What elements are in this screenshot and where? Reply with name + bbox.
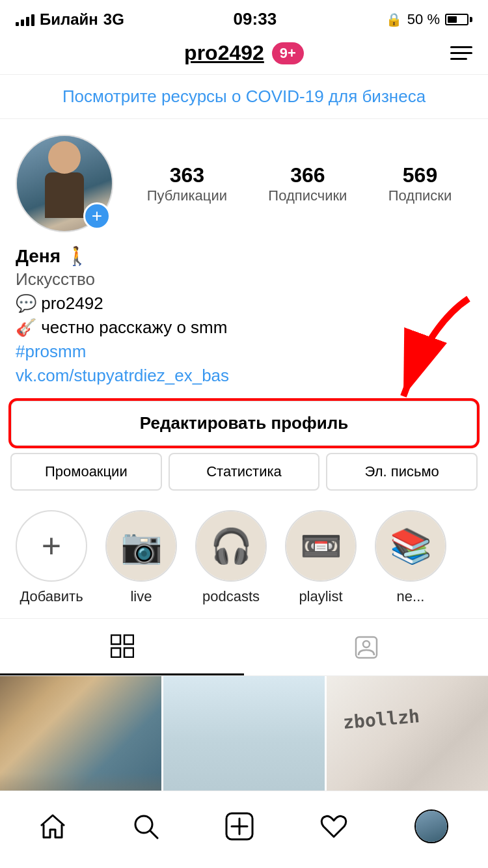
- stat-following-label: Подписки: [388, 187, 452, 204]
- carrier-label: Билайн: [40, 10, 98, 29]
- highlight-playlist-circle: 📼: [285, 510, 357, 582]
- highlights-row: + Добавить 📷 live 🎧 podcasts 📼 playlist: [0, 497, 488, 619]
- highlight-playlist[interactable]: 📼 playlist: [285, 510, 357, 605]
- hashtag-link[interactable]: #prosmm: [16, 342, 86, 362]
- menu-line-3: [450, 58, 467, 60]
- highlight-podcasts-label: podcasts: [202, 588, 260, 605]
- stat-publications[interactable]: 363 Публикации: [147, 163, 227, 204]
- person-tag-icon: [355, 636, 378, 659]
- camera-icon: 📷: [120, 526, 163, 566]
- highlight-podcasts[interactable]: 🎧 podcasts: [195, 510, 267, 605]
- highlight-live-bg: 📷: [107, 511, 176, 580]
- highlight-playlist-bg: 📼: [286, 511, 355, 580]
- bio-line-2: 🎸 честно расскажу о smm: [16, 318, 472, 338]
- books-icon: 📚: [390, 526, 432, 566]
- status-bar: Билайн 3G 09:33 🔒 50 %: [0, 0, 488, 34]
- menu-line-1: [450, 46, 472, 48]
- stat-publications-number: 363: [147, 163, 227, 187]
- highlight-ne-bg: 📚: [376, 511, 445, 580]
- bio-line-1: 💬 pro2492: [16, 293, 472, 314]
- svg-line-8: [150, 831, 157, 838]
- tabs-row: [0, 619, 488, 676]
- headphones-icon: 🎧: [210, 526, 252, 566]
- nav-home[interactable]: [34, 809, 71, 844]
- search-icon: [133, 813, 159, 839]
- statistics-button[interactable]: Статистика: [169, 453, 320, 491]
- svg-rect-1: [111, 635, 120, 644]
- tab-tagged[interactable]: [244, 619, 488, 675]
- highlight-podcasts-circle: 🎧: [195, 510, 267, 582]
- username-label[interactable]: pro2492: [184, 41, 264, 65]
- nav-likes[interactable]: [315, 808, 353, 845]
- highlight-podcasts-bg: 🎧: [197, 511, 265, 580]
- grid-icon: [111, 634, 134, 658]
- stat-followers-label: Подписчики: [268, 187, 347, 204]
- highlight-live-circle: 📷: [105, 510, 177, 582]
- highlight-add-circle: +: [16, 510, 87, 582]
- bio-category: Искусство: [16, 269, 472, 290]
- promo-actions-button[interactable]: Промоакции: [10, 453, 162, 491]
- highlight-live-label: live: [130, 588, 152, 605]
- highlight-playlist-label: playlist: [299, 588, 342, 605]
- highlight-ne-label: ne...: [397, 588, 425, 605]
- bio-text-2: 🎸 честно расскажу о smm: [16, 318, 227, 338]
- menu-line-2: [450, 52, 472, 54]
- svg-rect-3: [111, 648, 120, 657]
- cassette-icon: 📼: [300, 526, 342, 566]
- highlight-live[interactable]: 📷 live: [105, 510, 177, 605]
- stat-followers[interactable]: 366 Подписчики: [268, 163, 347, 204]
- avatar-wrapper: +: [16, 135, 113, 232]
- status-right: 🔒 50 %: [386, 11, 472, 28]
- bottom-nav: [0, 791, 488, 868]
- notification-badge[interactable]: 9+: [272, 42, 304, 64]
- add-story-button[interactable]: +: [83, 202, 111, 230]
- page-header: pro2492 9+: [0, 34, 488, 75]
- svg-rect-2: [124, 635, 133, 644]
- profile-section: + 363 Публикации 366 Подписчики 569 Подп…: [0, 119, 488, 243]
- covid-banner-text[interactable]: Посмотрите ресурсы о COVID-19 для бизнес…: [62, 87, 426, 106]
- signal-icon: [16, 13, 34, 26]
- svg-point-6: [363, 641, 370, 647]
- status-time: 09:33: [234, 9, 277, 29]
- stat-following-number: 569: [388, 163, 452, 187]
- bio-hashtag[interactable]: #prosmm: [16, 342, 472, 362]
- highlight-ne-circle: 📚: [375, 510, 446, 582]
- nav-search[interactable]: [128, 808, 164, 845]
- bio-name: Деня 🚶: [16, 245, 472, 267]
- stat-following[interactable]: 569 Подписки: [388, 163, 452, 204]
- bio-section: Деня 🚶 Искусство 💬 pro2492 🎸 честно расс…: [0, 243, 488, 396]
- lock-icon: 🔒: [386, 12, 402, 27]
- battery-percent: 50 %: [407, 11, 440, 28]
- covid-banner[interactable]: Посмотрите ресурсы о COVID-19 для бизнес…: [0, 75, 488, 119]
- nav-profile[interactable]: [409, 804, 454, 848]
- menu-button[interactable]: [450, 46, 472, 60]
- stats-row: 363 Публикации 366 Подписчики 569 Подпис…: [126, 163, 472, 204]
- heart-icon: [320, 813, 347, 839]
- svg-rect-4: [124, 648, 133, 657]
- network-label: 3G: [103, 10, 124, 29]
- edit-profile-button[interactable]: Редактировать профиль: [10, 400, 478, 446]
- add-icon: [225, 812, 254, 841]
- nav-profile-avatar: [414, 809, 448, 843]
- stat-publications-label: Публикации: [147, 187, 227, 204]
- action-buttons: Редактировать профиль Промоакции Статист…: [0, 396, 488, 497]
- nav-add[interactable]: [220, 807, 259, 846]
- home-icon: [40, 814, 66, 839]
- plus-icon: +: [42, 526, 61, 565]
- stat-followers-number: 366: [268, 163, 347, 187]
- status-left: Билайн 3G: [16, 10, 124, 29]
- battery-icon: [445, 14, 472, 25]
- nav-avatar-image: [416, 811, 447, 842]
- external-link[interactable]: vk.com/stupyatrdiez_ex_bas: [16, 366, 229, 386]
- bio-external-link[interactable]: vk.com/stupyatrdiez_ex_bas: [16, 366, 472, 386]
- email-button[interactable]: Эл. письмо: [326, 453, 478, 491]
- tab-grid[interactable]: [0, 619, 244, 675]
- highlight-add[interactable]: + Добавить: [16, 510, 87, 605]
- highlight-ne[interactable]: 📚 ne...: [375, 510, 446, 605]
- sub-buttons-row: Промоакции Статистика Эл. письмо: [10, 453, 478, 491]
- bio-text-1: 💬 pro2492: [16, 293, 103, 314]
- highlight-add-label: Добавить: [20, 588, 83, 605]
